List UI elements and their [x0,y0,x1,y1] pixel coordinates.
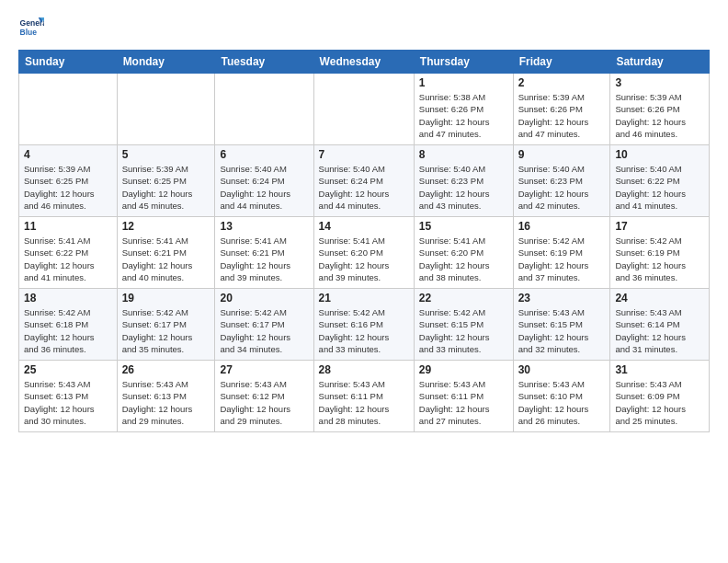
header-tuesday: Tuesday [215,51,313,74]
day-cell: 19Sunrise: 5:42 AM Sunset: 6:17 PM Dayli… [117,289,215,361]
day-cell: 28Sunrise: 5:43 AM Sunset: 6:11 PM Dayli… [313,361,414,432]
day-cell: 30Sunrise: 5:43 AM Sunset: 6:10 PM Dayli… [513,361,610,432]
day-info: Sunrise: 5:43 AM Sunset: 6:12 PM Dayligh… [220,378,308,427]
day-info: Sunrise: 5:43 AM Sunset: 6:11 PM Dayligh… [319,378,409,427]
day-cell: 11Sunrise: 5:41 AM Sunset: 6:22 PM Dayli… [19,217,118,289]
week-row-3: 11Sunrise: 5:41 AM Sunset: 6:22 PM Dayli… [19,217,710,289]
day-cell: 7Sunrise: 5:40 AM Sunset: 6:24 PM Daylig… [313,145,414,217]
day-info: Sunrise: 5:43 AM Sunset: 6:10 PM Dayligh… [518,378,606,427]
day-number: 20 [220,292,308,304]
day-info: Sunrise: 5:43 AM Sunset: 6:13 PM Dayligh… [122,378,210,427]
day-info: Sunrise: 5:43 AM Sunset: 6:11 PM Dayligh… [419,378,508,427]
day-number: 18 [24,292,112,304]
day-cell: 31Sunrise: 5:43 AM Sunset: 6:09 PM Dayli… [610,361,710,432]
day-cell: 9Sunrise: 5:40 AM Sunset: 6:23 PM Daylig… [513,145,610,217]
svg-text:Blue: Blue [20,28,38,37]
page: General Blue SundayMondayTuesdayWednesda… [0,0,728,442]
day-number: 27 [220,363,308,376]
day-number: 3 [615,76,704,89]
day-cell: 17Sunrise: 5:42 AM Sunset: 6:19 PM Dayli… [610,217,710,289]
day-number: 2 [518,76,606,89]
day-cell: 21Sunrise: 5:42 AM Sunset: 6:16 PM Dayli… [313,289,414,361]
day-info: Sunrise: 5:42 AM Sunset: 6:16 PM Dayligh… [319,306,409,355]
day-info: Sunrise: 5:39 AM Sunset: 6:26 PM Dayligh… [518,91,606,140]
day-cell [313,74,414,145]
header-sunday: Sunday [19,51,118,74]
day-number: 22 [419,292,508,304]
day-cell: 22Sunrise: 5:42 AM Sunset: 6:15 PM Dayli… [414,289,513,361]
day-cell: 15Sunrise: 5:41 AM Sunset: 6:20 PM Dayli… [414,217,513,289]
day-cell: 12Sunrise: 5:41 AM Sunset: 6:21 PM Dayli… [117,217,215,289]
day-number: 5 [122,148,210,161]
day-cell: 5Sunrise: 5:39 AM Sunset: 6:25 PM Daylig… [117,145,215,217]
day-number: 29 [419,363,508,376]
day-info: Sunrise: 5:43 AM Sunset: 6:13 PM Dayligh… [24,378,112,427]
calendar-table: SundayMondayTuesdayWednesdayThursdayFrid… [18,50,710,432]
week-row-2: 4Sunrise: 5:39 AM Sunset: 6:25 PM Daylig… [19,145,710,217]
day-info: Sunrise: 5:40 AM Sunset: 6:23 PM Dayligh… [518,163,606,212]
day-info: Sunrise: 5:42 AM Sunset: 6:15 PM Dayligh… [419,306,508,355]
day-number: 9 [518,148,606,161]
day-cell: 8Sunrise: 5:40 AM Sunset: 6:23 PM Daylig… [414,145,513,217]
day-number: 14 [319,220,409,233]
day-info: Sunrise: 5:39 AM Sunset: 6:25 PM Dayligh… [24,163,112,212]
day-cell [215,74,313,145]
day-info: Sunrise: 5:40 AM Sunset: 6:23 PM Dayligh… [419,163,508,212]
day-info: Sunrise: 5:42 AM Sunset: 6:17 PM Dayligh… [122,306,210,355]
day-cell: 4Sunrise: 5:39 AM Sunset: 6:25 PM Daylig… [19,145,118,217]
day-cell: 14Sunrise: 5:41 AM Sunset: 6:20 PM Dayli… [313,217,414,289]
header-friday: Friday [513,51,610,74]
day-cell: 27Sunrise: 5:43 AM Sunset: 6:12 PM Dayli… [215,361,313,432]
day-number: 12 [122,220,210,233]
day-cell: 26Sunrise: 5:43 AM Sunset: 6:13 PM Dayli… [117,361,215,432]
day-info: Sunrise: 5:43 AM Sunset: 6:14 PM Dayligh… [615,306,704,355]
day-number: 30 [518,363,606,376]
day-number: 4 [24,148,112,161]
day-info: Sunrise: 5:42 AM Sunset: 6:19 PM Dayligh… [518,235,606,283]
header-monday: Monday [117,51,215,74]
day-number: 17 [615,220,704,233]
day-number: 8 [419,148,508,161]
day-number: 11 [24,220,112,233]
day-info: Sunrise: 5:39 AM Sunset: 6:25 PM Dayligh… [122,163,210,212]
day-info: Sunrise: 5:39 AM Sunset: 6:26 PM Dayligh… [615,91,704,140]
day-info: Sunrise: 5:43 AM Sunset: 6:09 PM Dayligh… [615,378,704,427]
day-info: Sunrise: 5:42 AM Sunset: 6:17 PM Dayligh… [220,306,308,355]
day-cell: 1Sunrise: 5:38 AM Sunset: 6:26 PM Daylig… [414,74,513,145]
day-info: Sunrise: 5:40 AM Sunset: 6:24 PM Dayligh… [220,163,308,212]
day-number: 26 [122,363,210,376]
day-number: 6 [220,148,308,161]
logo: General Blue [18,15,46,40]
day-number: 28 [319,363,409,376]
day-info: Sunrise: 5:38 AM Sunset: 6:26 PM Dayligh… [419,91,508,140]
day-cell: 24Sunrise: 5:43 AM Sunset: 6:14 PM Dayli… [610,289,710,361]
day-info: Sunrise: 5:41 AM Sunset: 6:21 PM Dayligh… [122,235,210,283]
day-number: 13 [220,220,308,233]
header-row: SundayMondayTuesdayWednesdayThursdayFrid… [19,51,710,74]
day-number: 10 [615,148,704,161]
day-number: 19 [122,292,210,304]
day-number: 1 [419,76,508,89]
day-cell: 16Sunrise: 5:42 AM Sunset: 6:19 PM Dayli… [513,217,610,289]
day-number: 7 [319,148,409,161]
day-cell: 2Sunrise: 5:39 AM Sunset: 6:26 PM Daylig… [513,74,610,145]
day-info: Sunrise: 5:41 AM Sunset: 6:20 PM Dayligh… [419,235,508,283]
day-cell: 10Sunrise: 5:40 AM Sunset: 6:22 PM Dayli… [610,145,710,217]
header-thursday: Thursday [414,51,513,74]
day-number: 24 [615,292,704,304]
day-cell: 18Sunrise: 5:42 AM Sunset: 6:18 PM Dayli… [19,289,118,361]
day-cell: 20Sunrise: 5:42 AM Sunset: 6:17 PM Dayli… [215,289,313,361]
day-cell: 3Sunrise: 5:39 AM Sunset: 6:26 PM Daylig… [610,74,710,145]
day-info: Sunrise: 5:42 AM Sunset: 6:19 PM Dayligh… [615,235,704,283]
day-cell: 25Sunrise: 5:43 AM Sunset: 6:13 PM Dayli… [19,361,118,432]
day-info: Sunrise: 5:42 AM Sunset: 6:18 PM Dayligh… [24,306,112,355]
logo-icon: General Blue [18,15,44,40]
day-cell [19,74,118,145]
day-cell: 13Sunrise: 5:41 AM Sunset: 6:21 PM Dayli… [215,217,313,289]
day-number: 21 [319,292,409,304]
header-wednesday: Wednesday [313,51,414,74]
day-info: Sunrise: 5:40 AM Sunset: 6:24 PM Dayligh… [319,163,409,212]
day-cell: 6Sunrise: 5:40 AM Sunset: 6:24 PM Daylig… [215,145,313,217]
week-row-5: 25Sunrise: 5:43 AM Sunset: 6:13 PM Dayli… [19,361,710,432]
day-number: 15 [419,220,508,233]
